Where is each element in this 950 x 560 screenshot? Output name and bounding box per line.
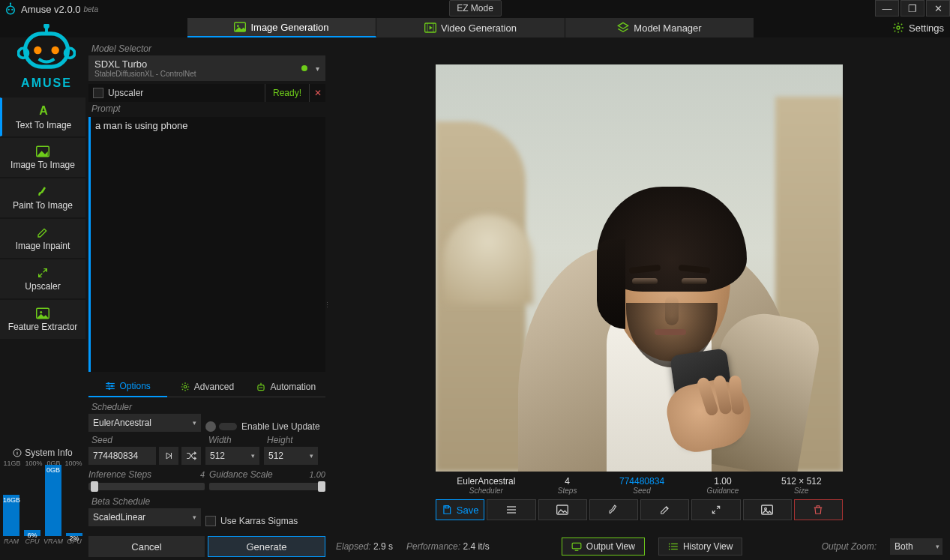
tab-video-generation[interactable]: Video Generation xyxy=(376,18,565,37)
meta-guidance: 1.00 xyxy=(714,476,731,487)
svg-point-35 xyxy=(262,387,263,388)
sidenav-label: Text To Image xyxy=(16,120,71,130)
cancel-button[interactable]: Cancel xyxy=(88,536,205,557)
send-to-feature-button[interactable] xyxy=(743,499,792,520)
model-subtitle: StableDiffusionXL - ControlNet xyxy=(94,70,196,78)
unload-model-button[interactable]: ✕ xyxy=(309,84,325,102)
sys-top-d: 100% xyxy=(65,460,82,467)
guidance-value: 1.00 xyxy=(310,470,325,479)
tab-label: Video Generation xyxy=(441,22,517,34)
model-selector-label: Model Selector xyxy=(88,42,325,55)
output-image[interactable] xyxy=(436,64,843,472)
svg-rect-33 xyxy=(258,385,264,390)
delete-button[interactable] xyxy=(794,499,843,520)
window-minimize-button[interactable]: — xyxy=(875,0,899,16)
send-to-upscale-button[interactable] xyxy=(691,499,740,520)
scheduler-select[interactable]: EulerAncestral▾ xyxy=(88,414,201,432)
history-view-button[interactable]: History View xyxy=(658,538,742,556)
ram-label: RAM xyxy=(4,538,19,545)
send-to-img2img-button[interactable] xyxy=(538,499,587,520)
automation-tab[interactable]: Automation xyxy=(247,376,325,397)
svg-point-51 xyxy=(669,544,670,545)
gpu-bar: 2% xyxy=(66,533,82,536)
sliders-icon xyxy=(105,382,115,391)
meta-seed[interactable]: 774480834 xyxy=(619,476,664,487)
karras-label: Use Karras Sigmas xyxy=(220,516,298,526)
send-to-paint-button[interactable] xyxy=(589,499,638,520)
zoom-select[interactable]: Both▾ xyxy=(890,538,943,555)
svg-point-52 xyxy=(669,546,670,547)
seed-random-button[interactable] xyxy=(181,447,201,465)
svg-point-34 xyxy=(259,387,261,388)
svg-marker-10 xyxy=(430,25,433,29)
settings-label: Settings xyxy=(909,22,944,34)
svg-rect-39 xyxy=(445,506,448,508)
app-logo-text: AMUSE xyxy=(21,76,72,90)
svg-point-53 xyxy=(669,549,670,550)
tab-label: Image Generation xyxy=(250,22,328,33)
system-info-title: System Info xyxy=(25,448,72,458)
info-button[interactable] xyxy=(487,499,535,520)
performance-label: Performance: xyxy=(406,541,460,552)
window-close-button[interactable]: ✕ xyxy=(926,0,950,16)
sidenav-text-to-image[interactable]: A Text To Image xyxy=(0,97,85,136)
tab-model-manager[interactable]: Model Manager xyxy=(565,18,754,37)
live-update-track[interactable] xyxy=(219,423,237,430)
info-icon xyxy=(13,448,22,457)
svg-point-32 xyxy=(184,385,187,388)
karras-checkbox[interactable] xyxy=(205,516,216,526)
sidenav-upscaler[interactable]: Upscaler xyxy=(0,259,85,298)
seed-lock-button[interactable] xyxy=(159,447,178,465)
layers-icon xyxy=(617,22,629,34)
generate-button[interactable]: Generate xyxy=(208,536,325,557)
output-view-label: Output View xyxy=(586,541,635,552)
sidenav-label: Upscaler xyxy=(25,281,60,292)
app-title: Amuse v2.0.0 xyxy=(21,4,81,15)
svg-point-0 xyxy=(7,6,15,14)
live-update-toggle[interactable] xyxy=(205,421,216,432)
prompt-input[interactable]: a man is using phone xyxy=(88,117,325,372)
svg-point-18 xyxy=(18,48,28,58)
sys-top-b: 100% xyxy=(25,460,42,467)
save-label: Save xyxy=(457,505,479,516)
vram-label: VRAM xyxy=(43,538,63,545)
list-icon xyxy=(668,542,679,551)
beta-select[interactable]: ScaledLinear▾ xyxy=(88,508,201,526)
sidenav-image-to-image[interactable]: Image To Image xyxy=(0,138,85,177)
options-tab[interactable]: Options xyxy=(88,376,167,397)
save-button[interactable]: Save xyxy=(436,499,484,520)
sidenav-paint-to-image[interactable]: Paint To Image xyxy=(0,178,85,217)
sidenav-label: Image To Image xyxy=(10,160,75,170)
beta-label: Beta Schedule xyxy=(88,495,201,508)
width-label: Width xyxy=(205,433,259,447)
window-maximize-button[interactable]: ❐ xyxy=(901,0,925,16)
settings-button[interactable]: Settings xyxy=(892,18,944,37)
output-view-button[interactable]: Output View xyxy=(562,538,645,556)
ez-mode-button[interactable]: EZ Mode xyxy=(449,0,502,16)
sidenav-feature-extractor[interactable]: Feature Extractor xyxy=(0,300,85,339)
sidenav-image-inpaint[interactable]: Image Inpaint xyxy=(0,219,85,258)
model-selector[interactable]: SDXL Turbo StableDiffusionXL - ControlNe… xyxy=(88,55,325,81)
guidance-label: Guidance Scale xyxy=(209,469,305,480)
tab-image-generation[interactable]: Image Generation xyxy=(187,18,376,37)
meta-size-label: Size xyxy=(794,487,808,495)
robot-icon xyxy=(256,382,266,392)
steps-slider[interactable] xyxy=(88,483,205,490)
seed-input[interactable]: 774480834 xyxy=(88,447,156,465)
app-logo-large: AMUSE xyxy=(9,19,84,94)
svg-point-17 xyxy=(51,46,58,54)
live-update-label: Enable Live Update xyxy=(241,421,320,432)
performance-value: 2.4 it/s xyxy=(463,541,489,552)
expand-icon xyxy=(37,267,49,279)
prompt-label: Prompt xyxy=(88,102,325,115)
send-to-inpaint-button[interactable] xyxy=(640,499,689,520)
advanced-tab[interactable]: Advanced xyxy=(167,376,246,397)
height-select[interactable]: 512▾ xyxy=(264,447,318,465)
upscaler-label: Upscaler xyxy=(108,88,143,98)
steps-value: 4 xyxy=(200,470,205,479)
model-status-dot xyxy=(301,65,307,71)
guidance-slider[interactable] xyxy=(209,483,325,490)
width-select[interactable]: 512▾ xyxy=(205,447,259,465)
sidenav-label: Image Inpaint xyxy=(16,241,70,251)
upscaler-checkbox[interactable] xyxy=(93,88,103,98)
